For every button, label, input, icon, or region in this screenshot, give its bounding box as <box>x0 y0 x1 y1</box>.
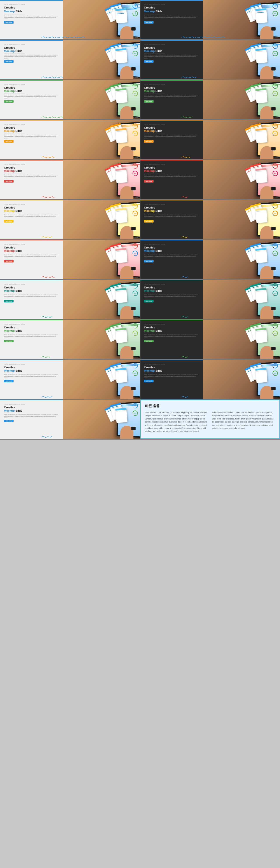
t1-3r: Creative <box>144 86 200 89</box>
b-2r: Ut enim ad minim veniam, quis nostrud ex… <box>144 55 200 59</box>
b-9l: Ut enim ad minim veniam, quis nostrud ex… <box>4 334 60 339</box>
s1v-dark: 78% <box>274 5 276 7</box>
sv2-2l: 80% <box>134 53 136 54</box>
btn-6l[interactable]: READ MORE <box>4 220 13 222</box>
slide-pair-10: YOUR TEMPLATE ROAD SHOW Creative Mockup … <box>0 360 280 400</box>
btn-7r[interactable]: READ MORE <box>144 260 153 262</box>
sv1-2l: 78% <box>134 45 136 47</box>
sv1-7l: 78% <box>134 245 136 247</box>
slide-inner: YOUR TEMPLATE ROAD SHOW Creative Mockup … <box>0 0 140 39</box>
sv2-11l: 80% <box>134 412 136 414</box>
title-dark: Creative <box>144 6 200 9</box>
btn-11l[interactable]: READ MORE <box>4 420 13 422</box>
btn-9l[interactable]: READ MORE <box>4 340 13 342</box>
sv1-6l: 78% <box>134 205 136 207</box>
b-7l: Ut enim ad minim veniam, quis nostrud ex… <box>4 254 60 259</box>
mt-4r: YOUR TEMPLATE ROAD SHOW <box>144 124 200 125</box>
btn-5l[interactable]: READ MORE <box>4 180 13 183</box>
btn-8l[interactable]: READ MORE <box>4 300 13 303</box>
mt-4l: YOUR TEMPLATE ROAD SHOW <box>4 124 60 125</box>
last-panel-body: Lorem ipsum dolor sit amet, consectetur … <box>145 411 275 433</box>
t1-8r: Creative <box>144 286 200 289</box>
sc-10r: YOUR TEMPLATE ROAD SHOW Creative Mockup … <box>140 360 280 399</box>
sv2-9r: 80% <box>274 333 276 334</box>
btn-3r[interactable]: READ MORE <box>144 100 153 103</box>
sc-5l: YOUR TEMPLATE ROAD SHOW Creative Mockup … <box>0 160 140 199</box>
meta-text: YOUR TEMPLATE ROAD SHOW <box>4 4 60 5</box>
slide-card-1-right: YOUR TEMPLATE ROAD SHOW Creative Mockup … <box>140 0 280 39</box>
cta-button[interactable]: READ MORE <box>4 21 13 24</box>
watch-dark <box>271 27 276 31</box>
slide-right-mockup: 78% 80% <box>63 0 140 39</box>
slide-inner-dark: YOUR TEMPLATE ROAD SHOW Creative Mockup … <box>140 0 280 39</box>
sc-2r: YOUR TEMPLATE ROAD SHOW Creative Mockup … <box>140 40 280 79</box>
slide-pair-8: YOUR TEMPLATE ROAD SHOW Creative Mockup … <box>0 280 280 320</box>
t2-7r: Mockup Slide <box>144 249 200 252</box>
t1-10r: Creative <box>144 366 200 369</box>
sv1-10r: 78% <box>274 365 276 366</box>
stat-value-2: 80% <box>135 12 136 14</box>
t2-8r: Mockup Slide <box>144 289 200 292</box>
mt-3r: YOUR TEMPLATE ROAD SHOW <box>144 84 200 85</box>
sc-9l: YOUR TEMPLATE ROAD SHOW Creative Mockup … <box>0 320 140 359</box>
t1-10l: Creative <box>4 366 60 369</box>
slide-pair-6: YOUR TEMPLATE ROAD SHOW Creative Mockup … <box>0 200 280 240</box>
btn-6r[interactable]: READ MORE <box>144 220 153 222</box>
sv2-6l: 80% <box>134 213 136 214</box>
btn-7l[interactable]: READ MORE <box>4 260 13 262</box>
slide-left-content: YOUR TEMPLATE ROAD SHOW Creative Mockup … <box>0 0 63 39</box>
slide-right-dark: 78% 80% <box>203 0 280 39</box>
sc-2l: YOUR TEMPLATE ROAD SHOW Creative Mockup … <box>0 40 140 79</box>
meta-text-dark: YOUR TEMPLATE ROAD SHOW <box>144 4 200 5</box>
t2-11l: Mockup Slide <box>4 409 60 412</box>
sv1-6r: 78% <box>274 205 276 207</box>
t1-9l: Creative <box>4 326 60 329</box>
t1-11l: Creative <box>4 406 60 409</box>
t2-2r: Mockup Slide <box>144 49 200 53</box>
slide-title-sub: Mockup Slide <box>4 10 60 13</box>
t2-3l: Mockup Slide <box>4 89 60 93</box>
sc-7l: YOUR TEMPLATE ROAD SHOW Creative Mockup … <box>0 240 140 279</box>
sv2-4l: 80% <box>134 133 136 134</box>
b-2l: Ut enim ad minim veniam, quis nostrud ex… <box>4 55 60 59</box>
mt-3l: YOUR TEMPLATE ROAD SHOW <box>4 84 60 85</box>
sv1-9l: 78% <box>134 325 136 327</box>
btn-8r[interactable]: READ MORE <box>144 300 153 303</box>
t2-6r: Mockup Slide <box>144 209 200 213</box>
stat2-dark: 80% <box>272 10 278 17</box>
btn-5r[interactable]: READ MORE <box>144 180 153 183</box>
btn-2r[interactable]: READ MORE <box>144 60 153 63</box>
t2-7l: Mockup Slide <box>4 249 60 252</box>
sc-3r: YOUR TEMPLATE ROAD SHOW Creative Mockup … <box>140 80 280 119</box>
sc-4r: YOUR TEMPLATE ROAD SHOW Creative Mockup … <box>140 120 280 159</box>
d-3r: 18 Jan 2018 - Lorem ipsum dolor sit amet… <box>144 93 200 94</box>
d-10l: 18 Jan 2018 - Lorem ipsum dolor sit amet… <box>4 372 60 373</box>
b-6l: Ut enim ad minim veniam, quis nostrud ex… <box>4 214 60 219</box>
t2-10r: Mockup Slide <box>144 369 200 372</box>
slide-pair-3: YOUR TEMPLATE ROAD SHOW Creative Mockup … <box>0 80 280 120</box>
mt-9r: YOUR TEMPLATE ROAD SHOW <box>144 323 200 325</box>
slide-left-dark: YOUR TEMPLATE ROAD SHOW Creative Mockup … <box>140 0 203 39</box>
btn-10r[interactable]: READ MORE <box>144 380 153 382</box>
sc-10l: YOUR TEMPLATE ROAD SHOW Creative Mockup … <box>0 360 140 399</box>
cta-dark[interactable]: READ MORE <box>144 21 153 24</box>
mt-5l: YOUR TEMPLATE ROAD SHOW <box>4 164 60 165</box>
b-6r: Ut enim ad minim veniam, quis nostrud ex… <box>144 214 200 219</box>
btn-10l[interactable]: READ MORE <box>4 380 13 382</box>
btn-2l[interactable]: READ MORE <box>4 60 13 63</box>
t1-9r: Creative <box>144 326 200 329</box>
d-9r: 18 Jan 2018 - Lorem ipsum dolor sit amet… <box>144 332 200 334</box>
b-3r: Ut enim ad minim veniam, quis nostrud ex… <box>144 95 200 99</box>
btn-4r[interactable]: READ MORE <box>144 140 153 143</box>
btn-4l[interactable]: READ MORE <box>4 140 13 143</box>
d-8r: 18 Jan 2018 - Lorem ipsum dolor sit amet… <box>144 292 200 293</box>
s2v-dark: 80% <box>274 13 276 14</box>
sv1-8r: 78% <box>274 285 276 286</box>
sc-4l: YOUR TEMPLATE ROAD SHOW Creative Mockup … <box>0 120 140 159</box>
stat-value-1: 78% <box>135 5 136 7</box>
btn-3l[interactable]: READ MORE <box>4 100 13 103</box>
btn-9r[interactable]: READ MORE <box>144 340 153 342</box>
t2-9l: Mockup Slide <box>4 329 60 332</box>
page-wrapper: YOUR TEMPLATE ROAD SHOW Creative Mockup … <box>0 0 280 440</box>
sv2-8l: 80% <box>134 292 136 294</box>
